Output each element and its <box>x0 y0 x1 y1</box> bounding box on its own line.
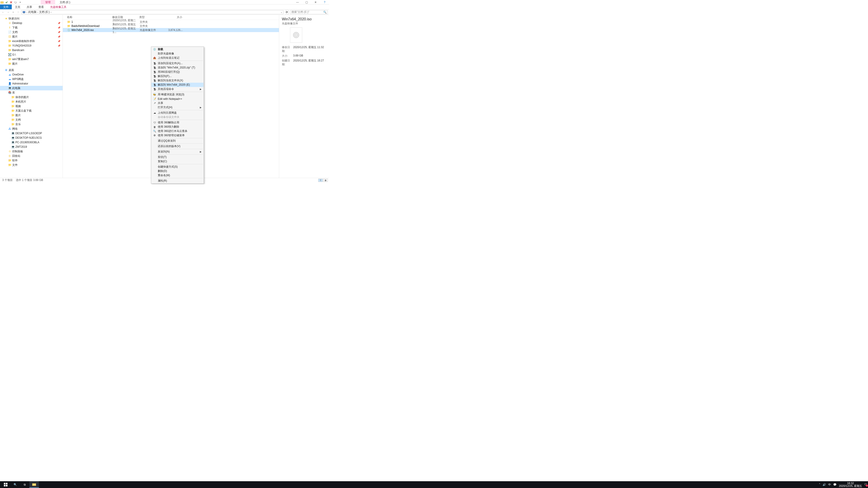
menu-item[interactable]: 🐝用 蜂蜜浏览器 浏览(3) <box>151 92 204 97</box>
view-details-button[interactable]: ☰ <box>318 179 323 182</box>
file-row[interactable]: 💿Win7x64_2020.iso2020/12/25, 星期五 1...光盘映… <box>63 28 279 32</box>
menu-item[interactable]: 💿装载 <box>151 47 204 52</box>
menu-item[interactable]: 🗜添加到压缩文件(A)... <box>151 61 204 66</box>
address-dropdown-icon[interactable]: ⌄ <box>281 11 282 13</box>
column-headers[interactable]: 名称 修改日期 类型 大小 <box>63 15 279 20</box>
tree-item[interactable]: 💻ZMT2019 <box>0 144 63 149</box>
menu-item[interactable]: 打开方式(H)▶ <box>151 105 204 109</box>
col-name[interactable]: 名称 <box>67 15 112 19</box>
menu-item[interactable]: ⚙使用 360管理右键菜单 <box>151 133 204 138</box>
tree-item[interactable]: 📁Bandicam <box>0 48 63 53</box>
tree-item[interactable]: 📁YUNQISHI2019📌 <box>0 43 63 48</box>
crumb-drive[interactable]: 文档 (E:) <box>39 10 50 14</box>
tree-item[interactable]: ☁WPS网盘 <box>0 77 63 81</box>
tree-item[interactable]: 📁文档 <box>0 118 63 122</box>
tree-item[interactable]: 💽G:\ <box>0 53 63 57</box>
back-button[interactable]: ← <box>1 10 5 14</box>
menu-item[interactable]: 复制(C) <box>151 159 204 164</box>
menu-item[interactable]: 剪切(T) <box>151 155 204 159</box>
search-icon[interactable]: 🔍 <box>323 11 327 14</box>
tree-item[interactable]: 📄文档📌 <box>0 30 63 34</box>
file-row[interactable]: 📁12020/12/15, 星期二 1...文件夹 <box>63 20 279 24</box>
menu-item[interactable]: 🗜解压到(F)... <box>151 74 204 78</box>
menu-item[interactable]: 创建快捷方式(S) <box>151 165 204 169</box>
menu-item[interactable]: 📝Edit with Notepad++ <box>151 97 204 101</box>
menu-item[interactable]: 还原以前的版本(V) <box>151 144 204 149</box>
qat-dropdown-icon[interactable]: ▾ <box>19 1 22 4</box>
breadcrumb[interactable]: › 此电脑 › 文档 (E:) › ⌄ <box>21 10 283 14</box>
col-size[interactable]: 大小 <box>162 15 182 19</box>
menu-item[interactable]: 重命名(M) <box>151 173 204 177</box>
qat-close-icon[interactable] <box>9 1 13 4</box>
chevron-right-icon[interactable]: › <box>37 11 38 14</box>
tree-item[interactable]: 📁本机照片 <box>0 99 63 104</box>
menu-item[interactable]: ☁上传到百度网盘 <box>151 111 204 115</box>
help-button[interactable]: ? <box>320 0 329 4</box>
menu-item[interactable]: ↗共享 <box>151 101 204 105</box>
ribbon-view[interactable]: 查看 <box>35 4 47 9</box>
menu-item[interactable]: 📤上传到有道云笔记 <box>151 56 204 60</box>
ribbon-file[interactable]: 文件 <box>0 4 12 9</box>
file-list[interactable]: 名称 修改日期 类型 大小 📁12020/12/15, 星期二 1...文件夹📁… <box>63 15 279 178</box>
crumb-pc[interactable]: 此电脑 <box>28 10 36 14</box>
nav-tree[interactable]: ★ 快速访问 🖥Desktop📌⬇下载📌📄文档📌🖼图片📌📁excel表格制作求和… <box>0 15 63 178</box>
refresh-button[interactable]: ⟳ <box>285 10 289 14</box>
menu-item[interactable]: 🔍使用 360进行木马云查杀 <box>151 129 204 133</box>
recent-dropdown-icon[interactable]: ▾ <box>11 10 15 14</box>
tree-item[interactable]: 📁保存的图片 <box>0 95 63 99</box>
chevron-right-icon[interactable]: › <box>51 11 52 14</box>
chevron-right-icon[interactable]: › <box>26 11 27 14</box>
menu-item[interactable]: 🗜其他压缩命令▶ <box>151 87 204 91</box>
tree-item[interactable]: 🖥Desktop📌 <box>0 21 63 25</box>
tree-item[interactable]: 📚库 <box>0 90 63 95</box>
tree-item[interactable]: 📁win7重装win7 <box>0 57 63 61</box>
tree-item[interactable]: 💻DESKTOP-LSSOEDP <box>0 131 63 135</box>
menu-item[interactable]: 🗜解压到 Win7x64_2020\ (E) <box>151 83 204 87</box>
tree-item[interactable]: 📁音乐 <box>0 122 63 127</box>
tree-item[interactable]: 🖼图片📌 <box>0 34 63 39</box>
tree-item[interactable]: 📁图片 <box>0 113 63 118</box>
forward-button[interactable]: → <box>6 10 10 14</box>
tree-item[interactable]: 📁软件 <box>0 158 63 163</box>
qat-check-icon[interactable] <box>5 1 8 4</box>
tree-item[interactable]: 📁天翼云盘下载 <box>0 108 63 113</box>
tree-item[interactable]: 📁视频 <box>0 104 63 108</box>
menu-item[interactable]: 刻录光盘映像 <box>151 52 204 56</box>
tree-item[interactable]: ⬇下载📌 <box>0 25 63 30</box>
tree-item[interactable]: ⚙控制面板 <box>0 149 63 154</box>
menu-item[interactable]: 🗜用360压缩打开(Q) <box>151 70 204 74</box>
menu-item[interactable]: 🗜解压到当前文件夹(X) <box>151 78 204 83</box>
ribbon-disc-tools[interactable]: 光盘映像工具 <box>47 4 70 9</box>
tree-item[interactable]: 💻DESKTOP-NJEU3CG <box>0 135 63 140</box>
minimize-button[interactable]: — <box>293 0 302 4</box>
menu-item[interactable]: 🗜添加到 "Win7x64_2020.zip" (T) <box>151 66 204 70</box>
tree-item[interactable]: 📁文件 <box>0 163 63 167</box>
tree-item[interactable]: 💻此电脑 <box>0 86 63 90</box>
tree-desktop-root[interactable]: 🖥 桌面 <box>0 68 63 72</box>
menu-item[interactable]: 🗑使用 360强力删除 <box>151 125 204 129</box>
menu-item[interactable]: 通过QQ发送到 <box>151 139 204 143</box>
tree-item[interactable]: 👤Administrator <box>0 81 63 86</box>
ribbon-share[interactable]: 共享 <box>24 4 35 9</box>
menu-item[interactable]: 属性(R) <box>151 179 204 183</box>
maximize-button[interactable]: ▢ <box>302 0 311 4</box>
tree-item[interactable]: ☁OneDrive <box>0 72 63 77</box>
up-button[interactable]: ↑ <box>16 10 20 14</box>
search-input[interactable]: 搜索"文档 (E:)" 🔍 <box>290 10 328 14</box>
menu-item[interactable]: 删除(D) <box>151 169 204 173</box>
col-type[interactable]: 类型 <box>139 15 162 19</box>
tree-item[interactable]: 🗑回收站 <box>0 154 63 158</box>
tree-quick-access[interactable]: ★ 快速访问 <box>0 16 63 21</box>
view-thumbs-button[interactable]: ▦ <box>323 179 328 182</box>
close-button[interactable]: ✕ <box>311 0 320 4</box>
file-row[interactable]: 📁BaiduNetdiskDownload2020/12/25, 星期五 1..… <box>63 24 279 28</box>
tree-item[interactable]: 📁excel表格制作求和📌 <box>0 39 63 43</box>
ribbon-home[interactable]: 主页 <box>12 4 24 9</box>
tab-manage[interactable]: 管理 <box>41 0 55 4</box>
qat-undo-icon[interactable] <box>14 1 17 4</box>
tree-item[interactable]: 💻PC-20190530OBLA <box>0 140 63 144</box>
menu-item[interactable]: 发送到(N)▶ <box>151 150 204 154</box>
tree-item[interactable]: 📁图片 <box>0 61 63 66</box>
menu-item[interactable]: 🛡使用 360解除占用 <box>151 121 204 125</box>
tree-network[interactable]: 🖧 网络 <box>0 127 63 131</box>
